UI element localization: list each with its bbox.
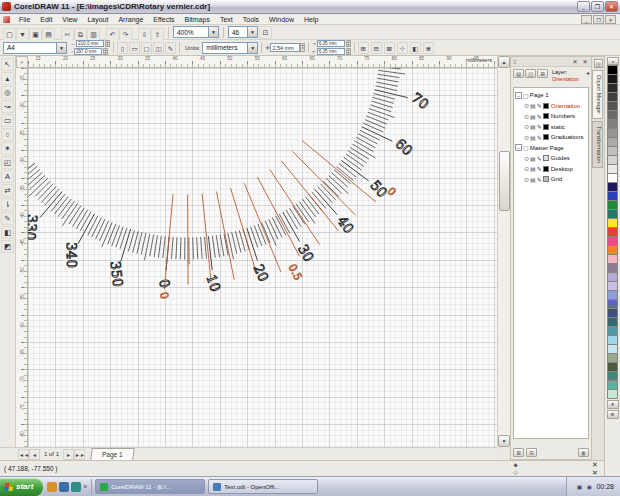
- basic-shapes-tool[interactable]: ◰: [1, 156, 14, 169]
- page-tab[interactable]: Page 1: [90, 448, 134, 460]
- menu-item-edit[interactable]: Edit: [35, 16, 57, 23]
- palette-scroll-down-button[interactable]: ▼: [607, 400, 619, 409]
- printer-icon[interactable]: ▤: [530, 176, 536, 183]
- interactive-blend-tool[interactable]: ⇄: [1, 184, 14, 197]
- visibility-eye-icon[interactable]: ⊙: [524, 165, 529, 172]
- docker-flyout-icon[interactable]: ◂: [586, 69, 589, 76]
- scroll-down-button[interactable]: ▼: [498, 435, 510, 447]
- paper-type-combo[interactable]: A4▼: [3, 42, 67, 54]
- restore-button[interactable]: ❐: [591, 1, 604, 12]
- last-page-button[interactable]: ►►: [74, 449, 85, 460]
- close-button[interactable]: ✕: [605, 1, 618, 12]
- vertical-scrollbar[interactable]: ▲ ▼: [497, 56, 510, 447]
- nudge-field[interactable]: 2.54 mm: [270, 43, 300, 52]
- drawing-canvas[interactable]: 33034035001020304050607000.50: [28, 68, 497, 447]
- ellipse-tool[interactable]: ○: [1, 128, 14, 141]
- drawing-units-button[interactable]: ✎: [165, 42, 176, 54]
- expand-icon[interactable]: −: [515, 144, 522, 151]
- expand-icon[interactable]: −: [515, 92, 522, 99]
- application-launcher-combo[interactable]: 46▼: [228, 26, 258, 38]
- treat-as-filled-button[interactable]: ◧: [410, 42, 421, 54]
- paper-width-spinner[interactable]: ▴▾: [105, 40, 110, 47]
- tree-node-page-1[interactable]: −▢Page 1: [515, 90, 587, 101]
- menu-item-view[interactable]: View: [57, 16, 82, 23]
- menu-item-layout[interactable]: Layout: [82, 16, 113, 23]
- vertical-ruler[interactable]: -15-20-25-30-35-40-45-50-55-60-65-70-75-…: [16, 68, 28, 447]
- task-button-1[interactable]: Text.odt - OpenOffi...: [208, 479, 318, 494]
- edit-across-layers-button[interactable]: ◫: [525, 69, 536, 78]
- snap-to-objects-button[interactable]: ⊠: [384, 42, 395, 54]
- docker-close-group-icon[interactable]: ✕: [571, 58, 579, 65]
- rectangle-tool[interactable]: ▭: [1, 114, 14, 127]
- snap-to-grid-button[interactable]: ⊞: [358, 42, 369, 54]
- quick-launch-1-icon[interactable]: [47, 482, 57, 492]
- layer-color-swatch[interactable]: [543, 155, 549, 161]
- menu-item-window[interactable]: Window: [264, 16, 299, 23]
- edit-pencil-icon[interactable]: ✎: [537, 165, 542, 172]
- color-swatch-36[interactable]: [607, 389, 618, 399]
- printer-icon[interactable]: ▤: [530, 134, 536, 141]
- visibility-eye-icon[interactable]: ⊙: [524, 155, 529, 162]
- ruler-origin[interactable]: ⌖: [16, 56, 28, 68]
- scale-label-10[interactable]: 10: [203, 272, 224, 293]
- start-button[interactable]: start: [0, 478, 43, 496]
- layer-manager-view-button[interactable]: ⊞: [537, 69, 548, 78]
- layer-row-guides[interactable]: ⊙▤✎Guides: [515, 153, 587, 164]
- docker-close-icon[interactable]: ✕: [581, 58, 589, 65]
- printer-icon[interactable]: ▤: [530, 113, 536, 120]
- layer-row-orientation[interactable]: ⊙▤✎Orientation: [515, 101, 587, 112]
- scale-label-40[interactable]: 40: [334, 213, 357, 236]
- menu-item-tools[interactable]: Tools: [238, 16, 264, 23]
- docker-tab-transformation[interactable]: Transformation: [592, 121, 603, 168]
- scale-label-70[interactable]: 70: [409, 89, 432, 112]
- vernier-label-0.5[interactable]: 0.5: [286, 262, 304, 282]
- menu-item-arrange[interactable]: Arrange: [113, 16, 148, 23]
- vertical-scroll-thumb[interactable]: [499, 151, 510, 211]
- menu-item-help[interactable]: Help: [299, 16, 323, 23]
- tree-node-master-page[interactable]: −▢Master Page: [515, 143, 587, 154]
- duplicate-x-spinner[interactable]: ▴▾: [346, 40, 351, 47]
- menu-item-text[interactable]: Text: [215, 16, 238, 23]
- menu-item-effects[interactable]: Effects: [148, 16, 179, 23]
- quick-launch-2-icon[interactable]: [59, 482, 69, 492]
- edit-pencil-icon[interactable]: ✎: [537, 102, 542, 109]
- visibility-eye-icon[interactable]: ⊙: [524, 102, 529, 109]
- quick-launch-overflow[interactable]: »: [83, 483, 87, 490]
- paper-width-field[interactable]: 210.0 mm: [76, 40, 104, 47]
- zoom-tool[interactable]: ◎: [1, 86, 14, 99]
- palette-top-button[interactable]: ◂: [607, 57, 619, 65]
- set-default-all-pages-button[interactable]: ▢: [141, 42, 152, 54]
- landscape-button[interactable]: ▭: [129, 42, 140, 54]
- edit-pencil-icon[interactable]: ✎: [537, 113, 542, 120]
- set-default-current-page-button[interactable]: ◫: [153, 42, 164, 54]
- scroll-up-button[interactable]: ▲: [498, 56, 510, 68]
- docker-collapse-icon[interactable]: ◳: [594, 59, 603, 68]
- vernier-number-labels[interactable]: 00.50: [158, 185, 398, 300]
- scale-label-340[interactable]: 340: [64, 242, 80, 268]
- duplicate-y-field[interactable]: 6.35 mm: [317, 48, 345, 55]
- interactive-fill-tool[interactable]: ◩: [1, 240, 14, 253]
- snap-to-guidelines-button[interactable]: ⊟: [371, 42, 382, 54]
- edit-pencil-icon[interactable]: ✎: [537, 176, 542, 183]
- quick-launch-3-icon[interactable]: [71, 482, 81, 492]
- layer-row-grid[interactable]: ⊙▤✎Grid: [515, 174, 587, 185]
- paper-height-field[interactable]: 297.0 mm: [74, 48, 102, 55]
- edit-pencil-icon[interactable]: ✎: [537, 134, 542, 141]
- previous-page-button[interactable]: ◄: [29, 449, 40, 460]
- portrait-button[interactable]: ▯: [117, 42, 128, 54]
- palette-expand-button[interactable]: ⊞: [607, 410, 619, 419]
- task-button-0[interactable]: CorelDRAW 11 - [E:\...: [95, 479, 205, 494]
- scale-label-60[interactable]: 60: [392, 135, 415, 158]
- layer-row-static[interactable]: ⊙▤✎static: [515, 122, 587, 133]
- visibility-eye-icon[interactable]: ⊙: [524, 113, 529, 120]
- layer-color-swatch[interactable]: [543, 124, 549, 130]
- scale-label-330[interactable]: 330: [28, 214, 41, 241]
- printer-icon[interactable]: ▤: [530, 102, 536, 109]
- printer-icon[interactable]: ▤: [530, 155, 536, 162]
- rotary-vernier-drawing[interactable]: 33034035001020304050607000.50: [28, 68, 497, 447]
- outline-tool[interactable]: ✎: [1, 212, 14, 225]
- doc-restore-button[interactable]: ❐: [593, 15, 604, 24]
- paper-height-spinner[interactable]: ▴▾: [103, 48, 108, 55]
- delete-layer-button[interactable]: 🗑: [578, 448, 589, 457]
- doc-minimize-button[interactable]: _: [581, 15, 592, 24]
